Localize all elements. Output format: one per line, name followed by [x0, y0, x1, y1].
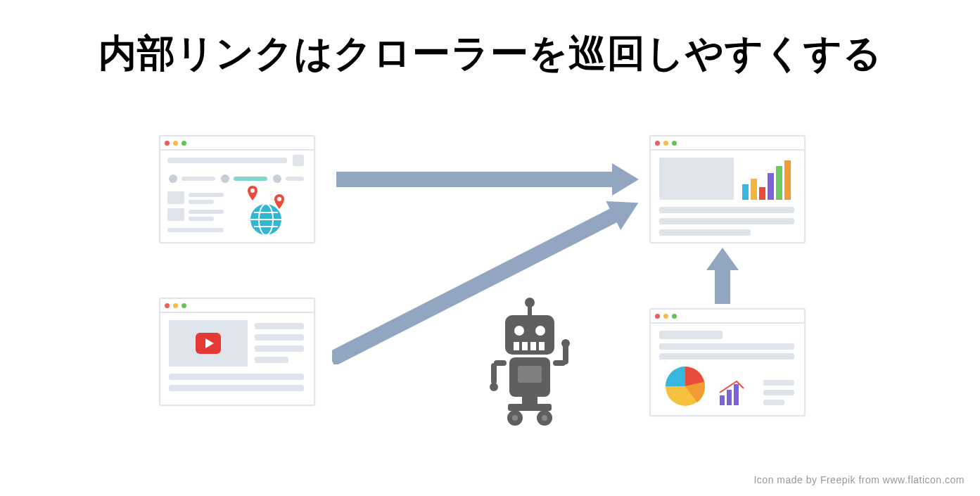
close-icon [165, 303, 170, 308]
svg-point-40 [512, 415, 518, 421]
bar-chart-icon [718, 377, 761, 407]
bar-chart-icon [741, 156, 797, 201]
svg-rect-29 [518, 366, 542, 383]
minimize-icon [663, 314, 668, 319]
svg-rect-13 [776, 166, 782, 200]
arrow-right-icon [336, 163, 639, 196]
svg-rect-16 [720, 395, 725, 405]
svg-rect-42 [336, 172, 613, 187]
play-icon [196, 333, 221, 354]
svg-rect-11 [759, 187, 765, 200]
window-title-bar [651, 136, 804, 151]
minimize-icon [663, 141, 668, 146]
attribution-text: Icon made by Freepik from www.flaticon.c… [753, 474, 965, 485]
arrow-up-icon [706, 248, 739, 304]
svg-point-32 [490, 383, 498, 391]
svg-point-5 [250, 189, 255, 193]
window-title-bar [651, 310, 804, 324]
maximize-icon [182, 141, 186, 146]
arrow-right-icon [332, 197, 639, 364]
close-icon [655, 141, 660, 146]
svg-marker-43 [612, 163, 639, 196]
page-title: 内部リンクはクローラーを巡回しやすくする [0, 28, 980, 80]
minimize-icon [173, 141, 178, 146]
website-window-pie [649, 308, 806, 416]
svg-rect-17 [727, 390, 732, 405]
svg-rect-18 [734, 384, 739, 405]
website-window-chart [649, 135, 806, 243]
website-window-video [159, 298, 315, 406]
maximize-icon [672, 141, 677, 146]
pie-chart-icon [663, 364, 707, 408]
svg-rect-14 [784, 160, 791, 200]
window-title-bar [160, 136, 314, 151]
website-window-globe [159, 135, 315, 243]
svg-marker-46 [706, 248, 739, 270]
window-title-bar [160, 299, 314, 313]
svg-rect-31 [491, 363, 497, 384]
svg-rect-12 [768, 173, 774, 200]
svg-rect-44 [332, 208, 618, 364]
svg-rect-37 [508, 404, 552, 411]
svg-point-41 [542, 415, 547, 421]
svg-point-6 [277, 197, 281, 201]
svg-rect-9 [742, 184, 749, 200]
map-pin-icon [273, 194, 286, 210]
minimize-icon [173, 303, 178, 308]
maximize-icon [672, 314, 677, 319]
map-pin-icon [246, 186, 259, 201]
diagram-stage: 内部リンクはクローラーを巡回しやすくする [0, 0, 980, 496]
close-icon [165, 141, 170, 146]
svg-rect-47 [715, 269, 730, 304]
svg-rect-10 [751, 179, 757, 200]
maximize-icon [182, 303, 186, 308]
close-icon [655, 314, 660, 319]
